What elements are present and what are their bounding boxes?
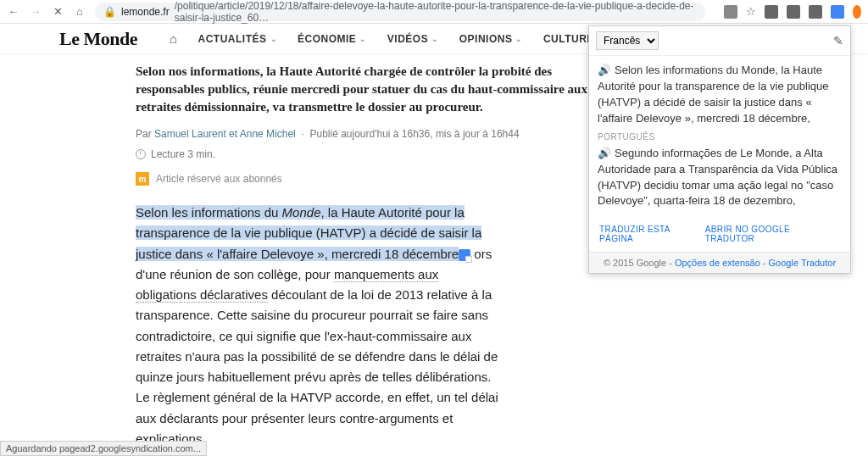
article-body: Selon les informations du Monde, la Haut… xyxy=(136,203,500,449)
translate-ext-icon[interactable] xyxy=(724,5,737,19)
google-translate-panel: Francês ✎ 🔊Selon les informations du Mon… xyxy=(588,25,851,274)
url-host: lemonde.fr xyxy=(121,6,170,18)
edit-icon[interactable]: ✎ xyxy=(833,34,843,47)
gt-actions: TRADUZIR ESTA PÁGINA ABRIR NO GOOGLE TRA… xyxy=(589,216,850,252)
inline-translate-icon[interactable] xyxy=(459,249,470,261)
ext-icon-orange[interactable] xyxy=(853,5,861,19)
site-logo[interactable]: Le Monde xyxy=(59,28,137,50)
ext-icon-1[interactable] xyxy=(765,5,778,19)
nav-economie[interactable]: ÉCONOMIE⌄ xyxy=(298,33,367,45)
ext-icon-2[interactable] xyxy=(787,5,800,19)
gt-app-link[interactable]: Google Tradutor xyxy=(769,258,837,268)
gt-body: 🔊Selon les informations du Monde, la Hau… xyxy=(589,56,850,216)
gt-source-text: Selon les informations du Monde, la Haut… xyxy=(598,64,828,125)
google-translate-ext-icon[interactable] xyxy=(831,5,844,19)
article-meta: Par Samuel Laurent et Anne Michel · Publ… xyxy=(136,128,593,140)
gt-translate-page[interactable]: TRADUZIR ESTA PÁGINA xyxy=(599,225,705,243)
speaker-icon[interactable]: 🔊 xyxy=(598,147,611,159)
nav-opinions[interactable]: OPINIONS⌄ xyxy=(459,33,523,45)
extension-icons: ☆ xyxy=(724,5,861,19)
reading-time: Lecture 3 min. xyxy=(136,148,593,160)
speaker-icon[interactable]: 🔊 xyxy=(598,64,611,76)
article-published: Publié aujourd'hui à 16h36, mis à jour à… xyxy=(309,128,519,140)
address-bar[interactable]: 🔒 lemonde.fr/politique/article/2019/12/1… xyxy=(95,3,705,21)
chevron-down-icon: ⌄ xyxy=(515,35,523,43)
gt-open-translator[interactable]: ABRIR NO GOOGLE TRADUTOR xyxy=(705,225,840,243)
selected-text: Selon les informations du Monde, la Haut… xyxy=(136,205,481,261)
subscriber-icon: m xyxy=(136,172,149,186)
browser-status: Aguardando pagead2.googlesyndication.com… xyxy=(0,441,207,456)
gt-header: Francês ✎ xyxy=(589,26,850,56)
home-icon[interactable]: ⌂ xyxy=(73,5,86,19)
chevron-down-icon: ⌄ xyxy=(431,35,439,43)
nav-home-icon[interactable]: ⌂ xyxy=(170,31,178,46)
back-icon[interactable]: ← xyxy=(7,5,20,19)
gt-language-select[interactable]: Francês xyxy=(596,31,659,50)
url-path: /politique/article/2019/12/18/affaire-de… xyxy=(175,0,697,24)
article-content: Selon nos informations, la Haute Autorit… xyxy=(0,54,593,456)
chevron-down-icon: ⌄ xyxy=(270,35,278,43)
gt-options-link[interactable]: Opções de extensão xyxy=(675,258,760,268)
lock-icon: 🔒 xyxy=(103,6,116,18)
article-authors[interactable]: Samuel Laurent et Anne Michel xyxy=(154,128,296,140)
chevron-down-icon: ⌄ xyxy=(359,35,367,43)
browser-toolbar: ← → ✕ ⌂ 🔒 lemonde.fr/politique/article/2… xyxy=(0,0,868,24)
clock-icon xyxy=(136,149,146,159)
gt-footer: © 2015 Google - Opções de extensão - Goo… xyxy=(589,252,850,273)
nav-videos[interactable]: VIDÉOS⌄ xyxy=(387,33,439,45)
bookmark-star-icon[interactable]: ☆ xyxy=(746,5,756,18)
ext-icon-3[interactable] xyxy=(809,5,822,19)
article-lead: Selon nos informations, la Haute Autorit… xyxy=(136,63,593,116)
stop-icon[interactable]: ✕ xyxy=(51,5,64,19)
subscriber-notice: mArticle réservé aux abonnés xyxy=(136,172,593,186)
forward-icon[interactable]: → xyxy=(29,5,42,19)
gt-target-text: Segundo informações de Le Monde, a Alta … xyxy=(598,147,837,208)
gt-target-lang: Português xyxy=(598,131,842,144)
nav-actualites[interactable]: ACTUALITÉS⌄ xyxy=(198,33,278,45)
